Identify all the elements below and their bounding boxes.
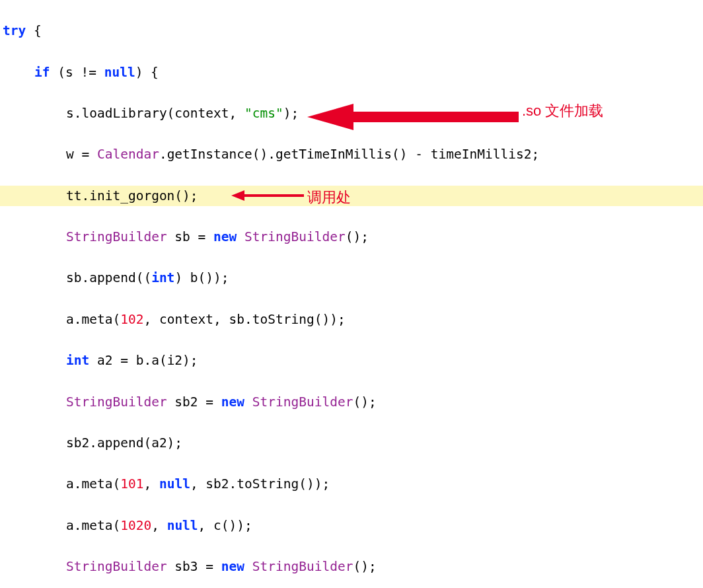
- code-text: , sb2.toString());: [190, 476, 330, 492]
- code-line: try {: [0, 20, 703, 41]
- code-line: if (s != null) {: [0, 62, 703, 83]
- number-literal: 1020: [120, 518, 151, 533]
- code-text: ();: [346, 229, 369, 244]
- code-text: .getInstance().getTimeInMillis() - timeI…: [159, 147, 539, 162]
- code-text: a.meta(: [66, 312, 120, 327]
- code-text: ) b());: [174, 270, 229, 285]
- code-line: a.meta(101, null, sb2.toString());: [0, 474, 703, 494]
- code-line: StringBuilder sb2 = new StringBuilder();: [0, 392, 703, 412]
- annotation-so-file-load: .so 文件加载: [522, 99, 603, 122]
- code-text: [237, 229, 244, 244]
- code-line: a.meta(102, context, sb.toString());: [0, 309, 703, 330]
- code-text: sb3 =: [167, 559, 221, 574]
- code-text: a2 = b.a(i2);: [89, 353, 198, 368]
- keyword-new: new: [221, 394, 244, 410]
- code-text: sb =: [167, 229, 213, 244]
- keyword-try: try: [3, 23, 26, 38]
- code-line: a.meta(1020, null, c());: [0, 515, 703, 536]
- code-text: tt.init_gorgon();: [66, 188, 198, 203]
- code-line-init-gorgon: tt.init_gorgon();调用处: [0, 186, 703, 206]
- code-text: ();: [353, 394, 376, 410]
- class-calendar: Calendar: [97, 147, 159, 162]
- keyword-null: null: [159, 476, 190, 492]
- code-text: sb.append((: [66, 270, 151, 285]
- annotation-call-site: 调用处: [307, 186, 351, 209]
- code-line: StringBuilder sb3 = new StringBuilder();: [0, 556, 703, 577]
- code-text: sb2 =: [167, 394, 221, 410]
- code-line: StringBuilder sb = new StringBuilder();: [0, 227, 703, 247]
- arrow-icon: [307, 100, 519, 133]
- code-text: a.meta(: [66, 476, 120, 492]
- code-text: , c());: [198, 518, 252, 533]
- class-stringbuilder: StringBuilder: [66, 394, 167, 410]
- code-text: ,: [143, 476, 159, 492]
- code-line: int a2 = b.a(i2);: [0, 350, 703, 371]
- code-text: a.meta(: [66, 518, 120, 533]
- code-line: sb.append((int) b());: [0, 268, 703, 288]
- code-block: try { if (s != null) { s.loadLibrary(con…: [0, 0, 703, 588]
- code-text: (s !=: [50, 65, 104, 80]
- code-text: w =: [66, 147, 97, 162]
- code-text: [244, 559, 252, 574]
- class-stringbuilder: StringBuilder: [252, 559, 353, 574]
- svg-marker-0: [307, 104, 519, 130]
- class-stringbuilder: StringBuilder: [252, 394, 353, 410]
- number-literal: 102: [120, 312, 143, 327]
- number-literal: 101: [120, 476, 143, 492]
- code-text: {: [26, 23, 41, 38]
- code-text: [244, 394, 252, 410]
- svg-marker-1: [231, 190, 304, 201]
- code-text: sb2.append(a2);: [66, 435, 182, 451]
- code-text: , context, sb.toString());: [143, 312, 345, 327]
- keyword-null: null: [167, 518, 198, 533]
- code-text: ,: [151, 518, 166, 533]
- class-stringbuilder: StringBuilder: [244, 229, 346, 244]
- string-literal: "cms": [244, 106, 283, 121]
- keyword-null: null: [104, 65, 135, 80]
- code-text: ();: [353, 559, 376, 574]
- keyword-int: int: [66, 353, 89, 368]
- code-text: s.loadLibrary(context,: [66, 106, 244, 121]
- keyword-new: new: [213, 229, 237, 244]
- code-line: sb2.append(a2);: [0, 433, 703, 453]
- code-line-loadlibrary: s.loadLibrary(context, "cms");.so 文件加载: [0, 103, 703, 124]
- arrow-icon: [231, 188, 304, 203]
- code-line: w = Calendar.getInstance().getTimeInMill…: [0, 144, 703, 165]
- class-stringbuilder: StringBuilder: [66, 229, 167, 244]
- code-text: ) {: [135, 65, 159, 80]
- keyword-new: new: [221, 559, 244, 574]
- keyword-if: if: [34, 65, 50, 80]
- code-text: );: [283, 106, 299, 121]
- class-stringbuilder: StringBuilder: [66, 559, 167, 574]
- keyword-int: int: [151, 270, 174, 285]
